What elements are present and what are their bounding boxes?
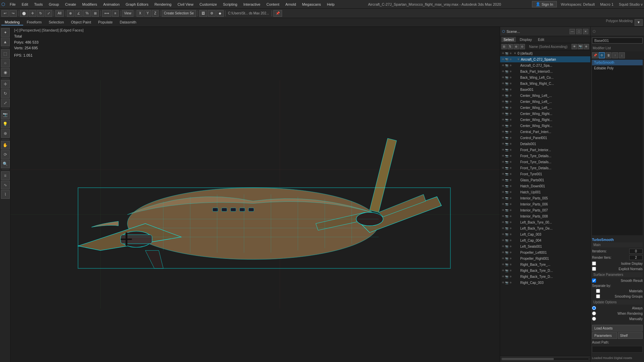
view-dropdown[interactable]: View <box>122 10 134 17</box>
visibility-icon[interactable]: ❄ <box>509 184 512 188</box>
scene-tree-item[interactable]: 👁📷❄Right_Back_Tyre_D... <box>500 274 590 280</box>
modifier-item-editablepoly[interactable]: Editable Poly <box>592 65 643 71</box>
viewport-nav-zoom[interactable]: 🔍 <box>1 160 10 168</box>
visibility-icon[interactable]: 📷 <box>505 190 508 194</box>
visibility-icon[interactable]: 📷 <box>505 202 508 206</box>
visibility-icon[interactable]: ❄ <box>509 70 512 73</box>
visibility-icon[interactable]: 📷 <box>505 263 508 266</box>
visibility-icon[interactable]: ❄ <box>509 281 512 284</box>
isoline-checkbox[interactable] <box>592 261 596 265</box>
viewport-nav-orbit[interactable]: ⟳ <box>1 150 10 159</box>
render-setup-btn[interactable]: ⚙ <box>208 10 216 17</box>
visibility-icon[interactable]: 📷 <box>505 257 508 260</box>
visibility-icon[interactable]: 📷 <box>505 196 508 200</box>
mirror-tool[interactable]: ⟺ <box>102 10 111 17</box>
visibility-icon[interactable]: ❄ <box>509 118 512 121</box>
viewport-nav-pan[interactable]: ✋ <box>1 141 10 149</box>
lasso-tool[interactable]: ○ <box>1 59 10 67</box>
scene-tree-item[interactable]: 👁📷❄Back_Part_Interior0... <box>500 68 590 74</box>
visibility-icon[interactable]: 📷 <box>505 215 508 218</box>
visibility-icon[interactable]: 📷 <box>505 94 508 97</box>
visibility-icon[interactable]: ❄ <box>509 154 512 158</box>
visibility-icon[interactable]: 👁 <box>501 257 505 260</box>
create-tool[interactable]: ✦ <box>1 28 10 37</box>
scene-tree-item[interactable]: 👁📷❄Center_Wing_Left_... <box>500 93 590 99</box>
visibility-icon[interactable]: ❄ <box>509 52 512 55</box>
expand-arrow-icon[interactable]: ▼ <box>514 52 517 55</box>
snap-tool[interactable]: ⊕ <box>67 10 74 17</box>
scene-tree-item[interactable]: 👁📷❄Glass_Parts001 <box>500 177 590 183</box>
scene-eye-icon-toggle[interactable]: 👁 <box>572 44 577 49</box>
visibility-icon[interactable]: ❄ <box>509 275 512 278</box>
visibility-icon[interactable]: 👁 <box>501 190 505 194</box>
align-tool[interactable]: ≡ <box>112 10 119 17</box>
scene-tree-item[interactable]: 👁📷❄Center_Wing_Left_... <box>500 105 590 111</box>
scene-close-btn[interactable]: ✕ <box>583 29 588 34</box>
scene-tree-item[interactable]: 👁📷❄Control_Panel001 <box>500 135 590 141</box>
visibility-icon[interactable]: 👁 <box>501 106 505 109</box>
visibility-icon[interactable]: 👁 <box>501 100 505 103</box>
visibility-icon[interactable]: 👁 <box>501 184 505 188</box>
visibility-icon[interactable]: ❄ <box>509 142 512 145</box>
scene-sort-btn[interactable]: ⇅ <box>507 44 513 49</box>
modifier-item-turbosmooth[interactable]: TurboSmooth <box>592 60 643 65</box>
iterations-input[interactable] <box>629 249 643 254</box>
scene-tree-item[interactable]: 👁📷❄Hatch_Up001 <box>500 189 590 195</box>
scene-tab-select[interactable]: Select <box>501 37 516 42</box>
move-left[interactable]: ✛ <box>1 80 10 88</box>
visibility-icon[interactable]: ❄ <box>509 215 512 218</box>
scene-tree-item[interactable]: 👁📷❄Front_Tyre_Details... <box>500 159 590 165</box>
scale-tool[interactable]: ⤢ <box>45 10 52 17</box>
visibility-icon[interactable]: ❄ <box>509 178 512 182</box>
mod-move-down-btn[interactable]: ↓ <box>619 52 625 58</box>
visibility-icon[interactable]: 👁 <box>501 196 505 200</box>
visibility-icon[interactable]: 👁 <box>501 269 505 272</box>
sign-in-button[interactable]: 👤 Sign In <box>532 1 557 7</box>
scene-tree-item[interactable]: 👁📷❄Interior_Parts_008 <box>500 213 590 219</box>
menu-help[interactable]: Help <box>324 2 337 7</box>
visibility-icon[interactable]: ❄ <box>509 136 512 139</box>
always-radio[interactable] <box>592 306 596 310</box>
menu-group[interactable]: Group <box>46 2 62 7</box>
scene-tree-item[interactable]: 👁📷❄Center_Wing_Right... <box>500 117 590 123</box>
mod-active-btn[interactable]: ⚙ <box>599 52 605 58</box>
light-tool[interactable]: 💡 <box>1 120 10 128</box>
manually-radio[interactable] <box>592 317 596 321</box>
scene-tree-item[interactable]: 👁📷❄Left_Cap_003 <box>500 231 590 237</box>
scene-scrollbar-track[interactable] <box>501 358 589 360</box>
scene-tree-item[interactable]: 👁📷❄Interior_Parts_005 <box>500 195 590 201</box>
visibility-icon[interactable]: 📷 <box>505 82 508 85</box>
render-btn[interactable]: 🖼 <box>199 10 207 17</box>
visibility-icon[interactable]: 👁 <box>501 233 505 236</box>
visibility-icon[interactable]: ❄ <box>509 88 512 91</box>
visibility-icon[interactable]: 👁 <box>501 239 505 242</box>
visibility-icon[interactable]: 👁 <box>501 281 505 284</box>
scene-freeze-icon-toggle[interactable]: ❄ <box>584 44 589 49</box>
select-tool[interactable]: ⬤ <box>20 10 28 17</box>
menu-civil-view[interactable]: Civil View <box>175 2 196 7</box>
visibility-icon[interactable]: 📷 <box>505 76 508 79</box>
visibility-icon[interactable]: 👁 <box>501 172 505 176</box>
scene-tree-item[interactable]: 👁📷❄Hatch_Down001 <box>500 183 590 189</box>
scene-tree-item[interactable]: 👁📷❄Right_Back_Tyre_D... <box>500 267 590 274</box>
visibility-icon[interactable]: 📷 <box>505 233 508 236</box>
visibility-icon[interactable]: 📷 <box>505 239 508 242</box>
sub-tab-selection[interactable]: Selection <box>45 19 67 25</box>
visibility-icon[interactable]: ❄ <box>509 233 512 236</box>
scene-tree-item[interactable]: 👁📷❄Left_Seats001 <box>500 243 590 249</box>
viewport-area[interactable]: [+] [Perspective] [Standard] [Edged Face… <box>11 27 500 362</box>
menu-file[interactable]: File <box>7 2 18 7</box>
menu-graph-editors[interactable]: Graph Editors <box>123 2 151 7</box>
visibility-icon[interactable]: 👁 <box>501 70 505 73</box>
visibility-icon[interactable]: 📷 <box>505 245 508 248</box>
visibility-icon[interactable]: 📷 <box>505 58 508 61</box>
visibility-icon[interactable]: 📷 <box>505 106 508 109</box>
menu-edit[interactable]: Edit <box>19 2 31 7</box>
visibility-icon[interactable]: ❄ <box>509 263 512 266</box>
visibility-icon[interactable]: 👁 <box>501 52 505 55</box>
visibility-icon[interactable]: 👁 <box>501 94 505 97</box>
visibility-icon[interactable]: 👁 <box>501 58 505 61</box>
visibility-icon[interactable]: ❄ <box>509 82 512 85</box>
visibility-icon[interactable]: 📷 <box>505 100 508 103</box>
undo-button[interactable]: ↩ <box>1 10 9 17</box>
